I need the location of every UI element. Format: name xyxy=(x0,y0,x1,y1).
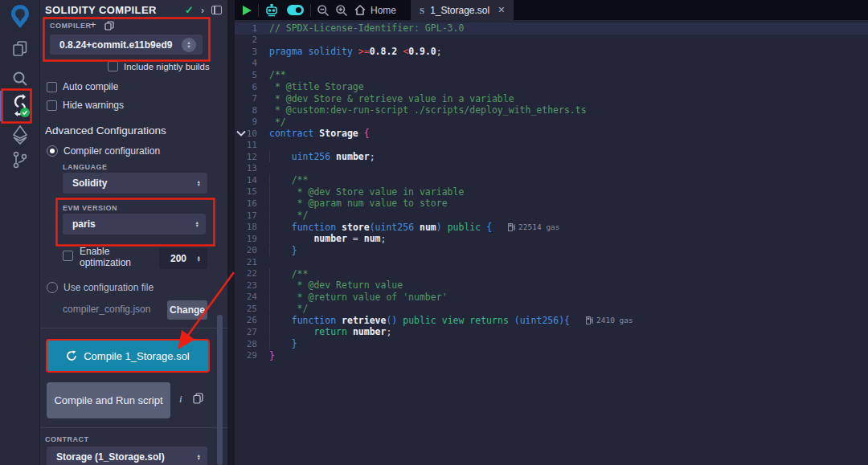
optimization-runs-stepper[interactable]: 200 ▲▼ xyxy=(159,248,207,269)
code-line[interactable]: 15 * @dev Store value in variable xyxy=(235,186,868,198)
code-line[interactable]: 23 * @dev Return value xyxy=(235,279,868,292)
gas-pump-icon xyxy=(586,316,593,324)
code-line[interactable]: 5/** xyxy=(235,69,868,81)
code-text: } xyxy=(269,338,297,349)
copy-script-icon[interactable] xyxy=(193,393,203,406)
compile-and-run-button[interactable]: Compile and Run script xyxy=(47,382,170,418)
code-line[interactable]: 9 */ xyxy=(235,116,868,128)
code-line[interactable]: 22 /** xyxy=(235,267,868,279)
code-line[interactable]: 27 return number; xyxy=(235,326,868,338)
compiler-configuration-radio[interactable] xyxy=(47,145,58,157)
git-icon[interactable] xyxy=(0,151,40,169)
contract-value: Storage (1_Storage.sol) xyxy=(56,451,165,463)
file-explorer-icon[interactable] xyxy=(0,40,40,58)
deploy-run-icon[interactable] xyxy=(0,125,40,145)
panel-editor-divider[interactable] xyxy=(227,0,235,465)
compiler-version-select[interactable]: 0.8.24+commit.e11b9ed9 ▲▼ xyxy=(50,35,203,55)
runs-stepper-icon: ▲▼ xyxy=(197,255,201,263)
solidity-compiler-panel: SOLIDITY COMPILER ✓ › COMPILER + 0.8.24+… xyxy=(40,0,227,465)
code-line[interactable]: 16 * @param num value to store xyxy=(235,198,868,210)
code-text: // SPDX-License-Identifier: GPL-3.0 xyxy=(269,22,464,34)
line-number: 9 xyxy=(235,116,269,127)
code-text: * @return value of 'number' xyxy=(269,292,448,303)
auto-compile-label: Auto compile xyxy=(63,81,118,92)
code-text: /** xyxy=(269,174,308,186)
activity-bar xyxy=(0,0,40,465)
solidity-compiler-icon[interactable] xyxy=(0,94,40,118)
copy-compiler-icon[interactable] xyxy=(104,21,114,33)
tab-home[interactable]: Home xyxy=(354,5,396,16)
compile-button[interactable]: Compile 1_Storage.sol xyxy=(46,339,210,373)
line-number: 7 xyxy=(235,93,269,104)
hide-warnings-checkbox[interactable] xyxy=(47,100,57,111)
code-line[interactable]: 18 function store(uint256 num) public {2… xyxy=(235,221,868,233)
code-line[interactable]: 29} xyxy=(235,349,868,361)
tab-1-storage-sol[interactable]: S 1_Storage.sol ✕ xyxy=(411,0,514,20)
chevron-down-icon[interactable] xyxy=(236,128,246,139)
enable-optimization-label: Enable optimization xyxy=(80,246,149,268)
code-line[interactable]: 2 xyxy=(235,35,868,47)
code-line[interactable]: 3pragma solidity >=0.8.2 <0.9.0; xyxy=(235,46,868,58)
line-number: 23 xyxy=(235,280,269,291)
nightly-builds-checkbox[interactable] xyxy=(108,61,118,71)
compiler-configuration-label: Compiler configuration xyxy=(63,145,160,157)
code-text: * @dev Store & retrieve value in a varia… xyxy=(269,93,514,104)
nightly-builds-label: Include nightly builds xyxy=(124,62,210,71)
code-line[interactable]: 19 number = num; xyxy=(235,233,868,245)
enable-optimization-checkbox[interactable] xyxy=(63,251,73,261)
code-text: return number; xyxy=(269,326,391,337)
code-line[interactable]: 25 */ xyxy=(235,303,868,315)
evm-version-select[interactable]: paris ▲▼ xyxy=(63,214,206,235)
pin-panel-icon[interactable] xyxy=(211,6,222,14)
evm-version-label: EVM VERSION xyxy=(63,204,117,212)
code-line[interactable]: 28 } xyxy=(235,338,868,350)
info-icon[interactable]: i xyxy=(179,393,182,406)
auto-compile-checkbox[interactable] xyxy=(47,82,57,92)
collapse-panel-icon[interactable]: › xyxy=(201,5,204,16)
zoom-in-icon[interactable] xyxy=(335,4,348,17)
code-line[interactable]: 26 function retrieve() public view retur… xyxy=(235,315,868,327)
code-line[interactable]: 21 xyxy=(235,256,868,268)
code-line[interactable]: 10contract Storage { xyxy=(235,128,868,140)
code-line[interactable]: 8 * @custom:dev-run-script ./scripts/dep… xyxy=(235,104,868,116)
code-line[interactable]: 7 * @dev Store & retrieve value in a var… xyxy=(235,92,868,104)
code-text: } xyxy=(269,245,297,256)
line-number: 5 xyxy=(235,70,269,80)
line-number: 16 xyxy=(235,198,269,209)
ai-toggle-icon[interactable] xyxy=(286,4,305,16)
compiler-version-stepper-icon[interactable]: ▲▼ xyxy=(182,38,196,52)
line-number: 26 xyxy=(235,315,269,325)
refresh-icon xyxy=(66,350,77,361)
code-line[interactable]: 14 /** xyxy=(235,174,868,186)
code-lines[interactable]: 1// SPDX-License-Identifier: GPL-3.023pr… xyxy=(235,20,868,465)
code-line[interactable]: 12 uint256 number; xyxy=(235,151,868,163)
change-config-button[interactable]: Change xyxy=(167,300,207,320)
contract-label: CONTRACT xyxy=(45,435,89,443)
code-line[interactable]: 17 */ xyxy=(235,210,868,222)
line-number: 3 xyxy=(235,47,269,57)
code-text: function retrieve() public view returns … xyxy=(269,315,570,326)
panel-scrollbar[interactable] xyxy=(217,315,223,465)
language-select[interactable]: Solidity ▲▼ xyxy=(63,173,207,194)
code-line[interactable]: 24 * @return value of 'number' xyxy=(235,292,868,304)
ai-assistant-robot-icon[interactable] xyxy=(264,4,279,17)
code-text: /** xyxy=(269,268,308,279)
code-line[interactable]: 6 * @title Storage xyxy=(235,81,868,93)
advanced-configurations-header[interactable]: Advanced Configurations xyxy=(45,124,166,137)
code-line[interactable]: 1// SPDX-License-Identifier: GPL-3.0 xyxy=(235,22,868,35)
zoom-out-icon[interactable] xyxy=(317,4,330,17)
code-line[interactable]: 20 } xyxy=(235,244,868,256)
panel-divider xyxy=(40,328,227,328)
use-config-file-radio[interactable] xyxy=(47,282,58,293)
close-tab-icon[interactable]: ✕ xyxy=(497,5,505,15)
code-line[interactable]: 13 xyxy=(235,163,868,175)
hide-warnings-label: Hide warnings xyxy=(63,100,124,111)
run-script-play-icon[interactable] xyxy=(241,5,252,16)
remix-logo-icon[interactable] xyxy=(0,2,40,31)
code-line[interactable]: 11 xyxy=(235,139,868,151)
contract-stepper-icon: ▲▼ xyxy=(197,454,201,461)
code-line[interactable]: 4 xyxy=(235,58,868,70)
contract-select[interactable]: Storage (1_Storage.sol) ▲▼ xyxy=(47,447,207,465)
search-icon[interactable] xyxy=(0,70,40,88)
add-custom-compiler-icon[interactable]: + xyxy=(90,18,96,31)
